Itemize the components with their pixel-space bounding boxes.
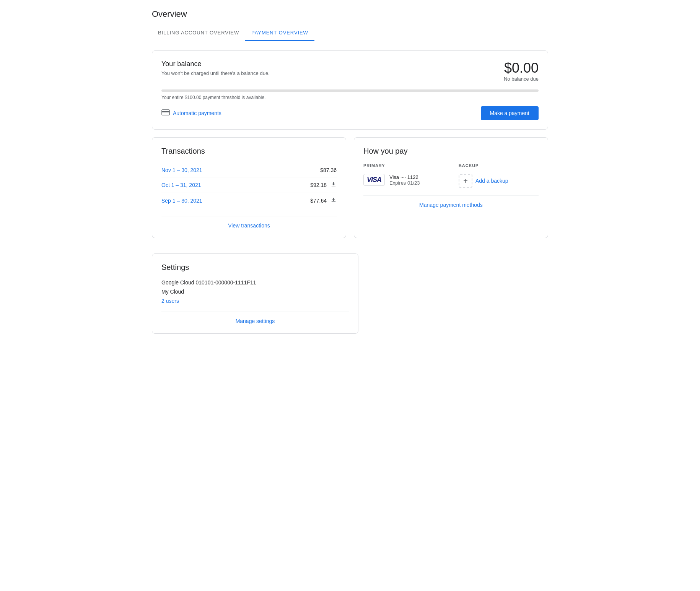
transaction-amount-1: $87.36 [320,167,337,173]
add-backup-label: Add a backup [475,178,508,184]
how-you-pay-title: How you pay [363,147,539,156]
tabs-container: Billing Account Overview Payment Overvie… [152,25,548,41]
transaction-period-3[interactable]: Sep 1 – 30, 2021 [161,198,202,204]
users-link[interactable]: 2 users [161,298,179,304]
svg-rect-1 [162,111,169,112]
transactions-card: Transactions Nov 1 – 30, 2021 $87.36 Oct… [152,137,346,238]
card-number: Visa ···· 1122 [389,174,420,180]
transaction-amount-2: $92.18 [310,181,337,189]
make-payment-button[interactable]: Make a payment [481,106,539,120]
transactions-title: Transactions [161,147,337,156]
balance-footer: Automatic payments Make a payment [161,106,539,120]
primary-payment-method: VISA Visa ···· 1122 Expires 01/23 [363,174,443,186]
balance-no-balance-label: No balance due [504,76,539,82]
balance-amount-block: $0.00 No balance due [504,60,539,82]
balance-info: Your balance You won't be charged until … [161,60,270,76]
tab-payment-overview[interactable]: Payment Overview [245,25,314,41]
backup-label: Backup [459,163,539,168]
manage-settings-link[interactable]: Manage settings [161,312,349,324]
transaction-period-1[interactable]: Nov 1 – 30, 2021 [161,167,202,173]
account-name: My Cloud [161,289,349,295]
progress-bar-track [161,89,539,92]
tab-billing-overview[interactable]: Billing Account Overview [152,25,245,41]
download-icon-2[interactable] [330,197,337,205]
progress-bar-container [161,89,539,92]
payment-methods-cols: Primary VISA Visa ···· 1122 Expires 01/2… [363,163,539,188]
download-icon-1[interactable] [330,181,337,189]
auto-payments-link[interactable]: Automatic payments [161,109,221,117]
table-row: Nov 1 – 30, 2021 $87.36 [161,163,337,177]
page-title: Overview [152,9,548,19]
add-backup-button[interactable]: + Add a backup [459,174,539,188]
balance-card: Your balance You won't be charged until … [152,50,548,130]
add-plus-icon: + [459,174,472,188]
table-row: Sep 1 – 30, 2021 $77.64 [161,193,337,208]
card-details: Visa ···· 1122 Expires 01/23 [389,174,420,186]
view-transactions-link[interactable]: View transactions [161,216,337,229]
how-you-pay-card: How you pay Primary VISA Visa ···· 1122 … [354,137,548,238]
svg-rect-2 [332,186,336,186]
balance-subtitle: You won't be charged until there's a bal… [161,70,270,76]
credit-card-icon [161,109,170,117]
primary-label: Primary [363,163,443,168]
manage-payment-methods-link[interactable]: Manage payment methods [363,195,539,208]
threshold-text: Your entire $100.00 payment threshold is… [161,95,539,100]
card-expiry: Expires 01/23 [389,180,420,186]
account-id: Google Cloud 010101-000000-1111F11 [161,279,349,286]
balance-title: Your balance [161,60,270,68]
transaction-period-2[interactable]: Oct 1 – 31, 2021 [161,182,201,188]
primary-payment-col: Primary VISA Visa ···· 1122 Expires 01/2… [363,163,443,188]
settings-title: Settings [161,263,349,272]
visa-logo: VISA [363,174,385,186]
auto-payments-label: Automatic payments [173,110,221,116]
backup-payment-col: Backup + Add a backup [459,163,539,188]
balance-amount-value: $0.00 [504,60,539,76]
transaction-amount-3: $77.64 [310,197,337,205]
svg-rect-3 [332,201,336,202]
settings-card: Settings Google Cloud 010101-000000-1111… [152,253,358,334]
two-col-section: Transactions Nov 1 – 30, 2021 $87.36 Oct… [152,137,548,246]
table-row: Oct 1 – 31, 2021 $92.18 [161,177,337,193]
